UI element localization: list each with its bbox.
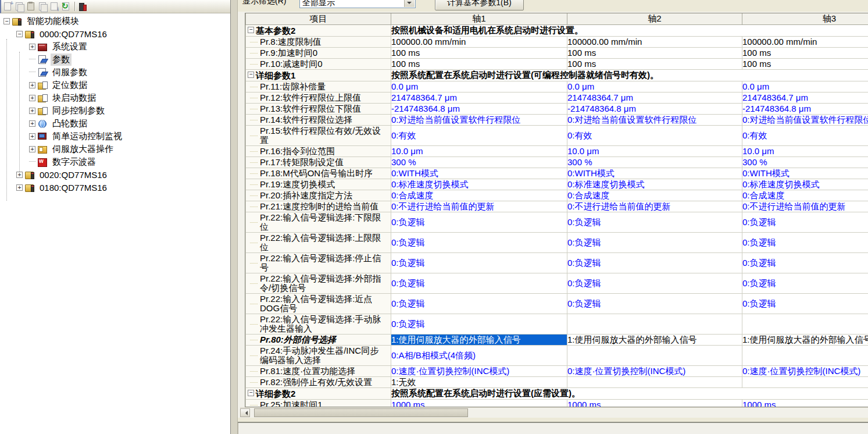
item-cell[interactable]: −详细参数1 <box>246 70 391 81</box>
item-cell[interactable]: Pr.17:转矩限制设定值 <box>246 157 391 168</box>
value-cell-axis1[interactable]: -214748364.8 μm <box>391 104 567 115</box>
item-cell[interactable]: Pr.9:加速时间0 <box>246 48 391 59</box>
value-cell-axis3[interactable]: 1:使用伺服放大器的外部输入信号 <box>742 335 868 346</box>
item-cell[interactable]: Pr.16:指令到位范围 <box>246 146 391 157</box>
tree-item-cam-data[interactable]: +凸轮数据 <box>0 117 230 130</box>
tree-item-module-0020[interactable]: +0020:QD77MS16 <box>0 168 230 181</box>
item-cell[interactable]: Pr.14:软件行程限位选择 <box>246 115 391 126</box>
value-cell-axis1[interactable]: 300 % <box>391 157 567 168</box>
item-cell[interactable]: Pr.22:输入信号逻辑选择:外部指令/切换信号 <box>246 273 391 294</box>
value-cell-axis1[interactable]: 1:无效 <box>391 377 567 388</box>
tree-expander-plus-icon[interactable]: + <box>29 120 35 127</box>
tree-item-servo-amplifier-operation[interactable]: +伺服放大器操作 <box>0 143 230 155</box>
item-cell[interactable]: Pr.81:速度·位置功能选择 <box>246 366 391 377</box>
tree-item-sync-control-parameter[interactable]: +同步控制参数 <box>0 104 230 117</box>
value-cell-axis1[interactable]: 0:负逻辑 <box>391 294 567 314</box>
item-cell[interactable]: Pr.11:齿隙补偿量 <box>246 81 391 93</box>
value-cell-axis3[interactable]: 0:不进行进给当前值的更新 <box>742 201 868 212</box>
tree-expander-plus-icon[interactable]: + <box>16 184 23 191</box>
value-cell-axis3[interactable]: -214748364.8 μm <box>742 104 868 115</box>
tree-expander-minus-icon[interactable]: − <box>16 31 23 37</box>
value-cell-axis1[interactable]: 100 ms <box>391 48 567 59</box>
tree-item-module-0180[interactable]: +0180:QD77MS16 <box>0 181 230 194</box>
value-cell-axis2[interactable]: 100 ms <box>567 48 742 59</box>
item-cell[interactable]: Pr.13:软件行程限位下限值 <box>246 104 391 115</box>
panel-splitter[interactable] <box>231 0 238 434</box>
value-cell-axis1[interactable]: 0:不进行进给当前值的更新 <box>391 201 567 212</box>
tree-item-simple-motion-monitor[interactable]: +简单运动控制监视 <box>0 130 230 143</box>
value-cell-axis2[interactable]: 300 % <box>567 157 742 168</box>
copy-special-icon[interactable] <box>38 2 48 12</box>
tree-item-label[interactable]: 块启动数据 <box>51 92 98 104</box>
tree-item-label[interactable]: 系统设置 <box>51 41 89 53</box>
item-cell[interactable]: Pr.22:输入信号逻辑选择:停止信号 <box>246 253 391 273</box>
value-cell-axis3[interactable] <box>742 377 868 388</box>
tree-item-servo-parameter[interactable]: 伺服参数 <box>0 66 230 79</box>
item-cell[interactable]: Pr.22:输入信号逻辑选择:手动脉冲发生器输入 <box>246 314 391 335</box>
value-cell-axis2[interactable]: 100000.00 mm/min <box>567 37 742 48</box>
item-cell[interactable]: −基本参数2 <box>246 25 391 37</box>
item-cell[interactable]: Pr.82:强制停止有效/无效设置 <box>246 377 391 388</box>
item-cell[interactable]: Pr.25:加速时间1 <box>246 400 391 408</box>
value-cell-axis1[interactable]: 0.0 μm <box>391 81 567 93</box>
item-cell[interactable]: Pr.10:减速时间0 <box>246 59 391 70</box>
tree-expander-plus-icon[interactable]: + <box>29 133 35 140</box>
paste-icon[interactable] <box>26 2 37 12</box>
dropdown-arrow-icon[interactable] <box>404 0 415 7</box>
tree-item-label[interactable]: 0020:QD77MS16 <box>38 169 109 180</box>
item-cell[interactable]: Pr.22:输入信号逻辑选择:上限限位 <box>246 233 391 253</box>
tree-expander-plus-icon[interactable]: + <box>16 172 23 178</box>
value-cell-axis2[interactable]: 0:标准速度切换模式 <box>567 179 742 190</box>
refresh-icon[interactable] <box>61 2 72 12</box>
tree-item-label[interactable]: 同步控制参数 <box>51 105 106 117</box>
value-cell-axis2[interactable] <box>567 346 742 366</box>
tree-expander-plus-icon[interactable]: + <box>29 95 35 101</box>
item-cell[interactable]: Pr.18:M代码ON信号输出时序 <box>246 168 391 179</box>
tree-item-system-settings[interactable]: +系统设置 <box>0 40 230 53</box>
value-cell-axis1[interactable]: 0:负逻辑 <box>391 273 567 294</box>
item-cell[interactable]: Pr.15:软件行程限位有效/无效设置 <box>246 126 391 146</box>
group-expander-minus-icon[interactable]: − <box>248 390 254 396</box>
value-cell-axis3[interactable] <box>742 346 868 366</box>
value-cell-axis2[interactable]: 10.0 μm <box>567 146 742 157</box>
value-cell-axis1[interactable]: 100 ms <box>391 59 567 70</box>
value-cell-axis2[interactable]: 100 ms <box>567 59 742 70</box>
value-cell-axis2[interactable] <box>567 314 742 335</box>
value-cell-axis2[interactable]: 214748364.7 μm <box>567 93 742 104</box>
value-cell-axis2[interactable] <box>567 377 742 388</box>
value-cell-axis1[interactable]: 1:使用伺服放大器的外部输入信号 <box>391 335 567 346</box>
value-cell-axis3[interactable]: 0:有效 <box>742 126 868 146</box>
value-cell-axis3[interactable]: 100 ms <box>742 48 868 59</box>
value-cell-axis2[interactable]: 0:负逻辑 <box>567 253 742 273</box>
value-cell-axis1[interactable]: 214748364.7 μm <box>391 93 567 104</box>
value-cell-axis1[interactable]: 0:WITH模式 <box>391 168 567 179</box>
display-filter-dropdown[interactable]: 全部显示 <box>299 0 416 8</box>
value-cell-axis2[interactable]: 0:负逻辑 <box>567 212 742 233</box>
value-cell-axis2[interactable]: 0.0 μm <box>567 81 742 93</box>
item-cell[interactable]: Pr.22:输入信号逻辑选择:下限限位 <box>246 212 391 233</box>
tree-item-label[interactable]: 0180:QD77MS16 <box>38 182 109 193</box>
group-expander-minus-icon[interactable]: − <box>248 27 254 33</box>
value-cell-axis3[interactable]: 0:负逻辑 <box>742 273 868 294</box>
value-cell-axis3[interactable]: 0:对进给当前值设置软件行程限位 <box>742 115 868 126</box>
sheet-info-icon[interactable] <box>49 2 60 12</box>
value-cell-axis1[interactable]: 100000.00 mm/min <box>391 37 567 48</box>
tree-item-label[interactable]: 定位数据 <box>51 79 89 91</box>
value-cell-axis2[interactable]: 1:使用伺服放大器的外部输入信号 <box>567 335 742 346</box>
tree-item-label[interactable]: 数字示波器 <box>51 156 98 168</box>
value-cell-axis2[interactable]: 0:对进给当前值设置软件行程限位 <box>567 115 742 126</box>
value-cell-axis3[interactable]: 0:负逻辑 <box>742 294 868 314</box>
value-cell-axis3[interactable]: 214748364.7 μm <box>742 93 868 104</box>
value-cell-axis3[interactable]: 0:速度·位置切换控制(INC模式) <box>742 366 868 377</box>
value-cell-axis2[interactable]: 0:负逻辑 <box>567 294 742 314</box>
new-icon[interactable] <box>3 2 13 12</box>
horizontal-scrollbar[interactable] <box>240 407 868 418</box>
tree-item-intelligent-function-module[interactable]: −智能功能模块 <box>0 15 230 27</box>
value-cell-axis1[interactable]: 0:有效 <box>391 126 567 146</box>
value-cell-axis2[interactable]: 0:合成速度 <box>567 190 742 201</box>
value-cell-axis3[interactable]: 100000.00 mm/min <box>742 37 868 48</box>
module-tool-icon[interactable] <box>77 2 88 12</box>
tree-expander-minus-icon[interactable]: − <box>3 18 10 24</box>
value-cell-axis3[interactable]: 0:合成速度 <box>742 190 868 201</box>
tree-item-positioning-data[interactable]: +定位数据 <box>0 79 230 91</box>
